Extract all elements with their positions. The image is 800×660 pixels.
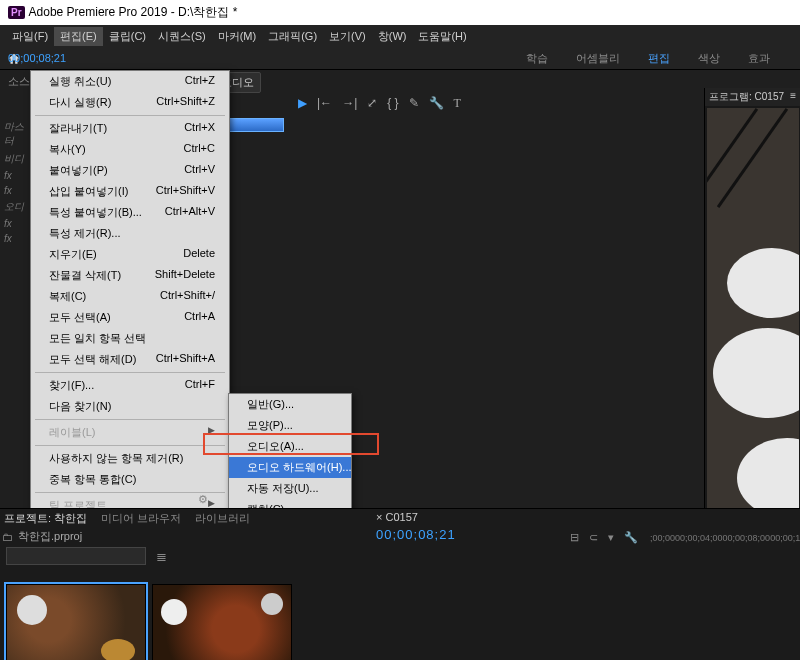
sequence-tool-icons: ⊟ ⊂ ▾ 🔧	[570, 531, 638, 544]
workspace-tab[interactable]: 효과	[748, 51, 770, 66]
program-tab-clip: C0157	[755, 91, 784, 102]
source-settings-icon[interactable]: ⚙	[198, 493, 208, 506]
menu-item[interactable]: 파일(F)	[6, 27, 54, 46]
panel-menu-icon[interactable]: ≡	[790, 90, 796, 101]
menu-item[interactable]: 클립(C)	[103, 27, 152, 46]
workspace-tabs: 학습어셈블리편집색상효과	[526, 51, 800, 66]
source-tool-icons: ▶ |← →| ⤢ { } ✎ 🔧 T	[298, 96, 461, 111]
timeline-ruler[interactable]: ;00;0000;00;04;0000;00;08;0000;00;12;000…	[650, 533, 796, 543]
menu-item[interactable]: 마커(M)	[212, 27, 263, 46]
app-icon: Pr	[8, 6, 25, 19]
panel-tab[interactable]: 미디어 브라우저	[101, 511, 181, 526]
lower-deck: 프로젝트: 착한집미디어 브라우저라이브러리 🗀 착한집.prproj 🔍 ≣ …	[0, 508, 800, 660]
submenu-item[interactable]: 오디오 하드웨어(H)...	[229, 457, 351, 478]
workspace-tab[interactable]: 학습	[526, 51, 548, 66]
program-tab[interactable]: 프로그램: C0157 ≡	[705, 88, 800, 106]
selection-tool-icon[interactable]: ▶	[298, 96, 307, 111]
snap-icon[interactable]: ⤢	[367, 96, 377, 111]
settings-icon[interactable]: 🔧	[624, 531, 638, 544]
workspace-tab[interactable]: 색상	[698, 51, 720, 66]
add-marker-icon[interactable]: ▾	[608, 531, 614, 544]
submenu-arrow-icon: ▶	[208, 425, 215, 440]
project-thumbnails	[6, 584, 292, 660]
menu-item[interactable]: 시퀀스(S)	[152, 27, 212, 46]
marker-icon[interactable]: { }	[387, 96, 398, 111]
panel-tab[interactable]: 라이브러리	[195, 511, 250, 526]
bin-icon[interactable]: 🗀	[2, 531, 13, 543]
list-view-icon[interactable]: ≣	[156, 549, 167, 564]
workspace-row: 학습어셈블리편집색상효과	[0, 48, 800, 70]
source-timecode[interactable]: 00;00;08;21	[4, 52, 66, 506]
clip-thumbnail[interactable]	[152, 584, 292, 660]
snap-toggle-icon[interactable]: ⊟	[570, 531, 579, 544]
menu-item[interactable]: 도움말(H)	[412, 27, 472, 46]
menu-item[interactable]: 편집(E)	[54, 27, 103, 46]
panel-tab[interactable]: 프로젝트: 착한집	[4, 511, 87, 526]
titlebar: Pr Adobe Premiere Pro 2019 - D:\착한집 *	[0, 0, 800, 25]
project-search-input[interactable]	[6, 547, 146, 565]
menu-item[interactable]: 그래픽(G)	[262, 27, 323, 46]
workspace-tab[interactable]: 어셈블리	[576, 51, 620, 66]
linked-selection-icon[interactable]: ⊂	[589, 531, 598, 544]
menubar: 파일(F)편집(E)클립(C)시퀀스(S)마커(M)그래픽(G)보기(V)창(W…	[0, 25, 800, 48]
mark-out-icon[interactable]: →|	[342, 96, 357, 111]
ruler-tick: 00;00;08;00	[723, 533, 771, 543]
sequence-panel: × C0157 00;00;08;21 ⊟ ⊂ ▾ 🔧 ;00;0000;00;…	[370, 509, 800, 660]
wrench-icon[interactable]: 🔧	[429, 96, 444, 111]
program-monitor: 프로그램: C0157 ≡ 00;00;08;21 맞추기	[704, 88, 800, 562]
title-text: Adobe Premiere Pro 2019 - D:\착한집 *	[29, 4, 238, 21]
clip-thumbnail[interactable]	[6, 584, 146, 660]
mark-in-icon[interactable]: |←	[317, 96, 332, 111]
ruler-tick: 00;00;04;00	[675, 533, 723, 543]
submenu-item[interactable]: 모양(P)...	[229, 415, 351, 436]
pen-tool-icon[interactable]: ✎	[409, 96, 419, 111]
text-tool-icon[interactable]: T	[454, 96, 461, 111]
program-tab-prefix: 프로그램:	[709, 91, 752, 102]
workspace-tab[interactable]: 편집	[648, 51, 670, 66]
ruler-tick: ;00;00	[650, 533, 675, 543]
program-viewer[interactable]	[707, 108, 799, 528]
menu-item[interactable]: 창(W)	[372, 27, 413, 46]
submenu-item[interactable]: 자동 저장(U)...	[229, 478, 351, 499]
menu-item[interactable]: 보기(V)	[323, 27, 372, 46]
project-panel-tabs: 프로젝트: 착한집미디어 브라우저라이브러리	[4, 511, 250, 526]
submenu-item[interactable]: 일반(G)...	[229, 394, 351, 415]
project-filename: 착한집.prproj	[18, 529, 82, 544]
sequence-tab[interactable]: × C0157	[370, 509, 800, 525]
ruler-tick: 00;00;12;00	[770, 533, 800, 543]
app-body: 소스: 오디오 ▶ |← →| ⤢ { } ✎ 🔧 T 마스터비디fxfx오디f…	[0, 70, 800, 660]
submenu-item[interactable]: 오디오(A)...	[229, 436, 351, 457]
